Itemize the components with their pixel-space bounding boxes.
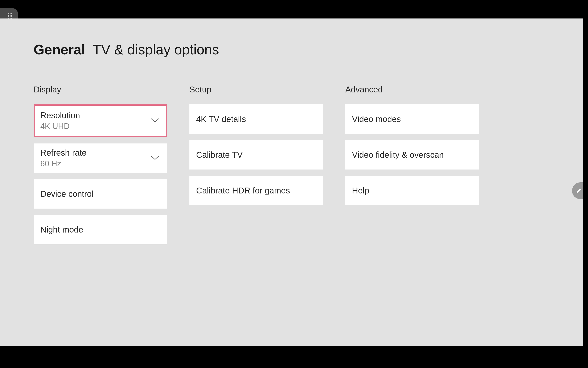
apps-grid-icon — [8, 13, 12, 19]
refresh-rate-label: Refresh rate — [40, 148, 87, 157]
calibrate-hdr-label: Calibrate HDR for games — [196, 186, 290, 195]
night-mode-button[interactable]: Night mode — [34, 215, 167, 244]
breadcrumb-title: TV & display options — [93, 42, 219, 57]
device-control-label: Device control — [40, 189, 93, 199]
help-label: Help — [352, 186, 369, 195]
content-area: General TV & display options Display Res… — [0, 18, 583, 346]
video-fidelity-label: Video fidelity & overscan — [352, 150, 444, 160]
resolution-label: Resolution — [40, 111, 80, 120]
page-title: General TV & display options — [34, 42, 583, 57]
calibrate-hdr-button[interactable]: Calibrate HDR for games — [190, 176, 323, 205]
video-modes-button[interactable]: Video modes — [345, 104, 479, 134]
top-bar — [0, 0, 588, 18]
help-button[interactable]: Help — [345, 176, 479, 205]
display-column: Display Resolution 4K UHD Refresh rate 6… — [34, 85, 167, 251]
bottom-bar — [0, 346, 588, 368]
refresh-rate-dropdown[interactable]: Refresh rate 60 Hz — [34, 143, 167, 173]
device-control-button[interactable]: Device control — [34, 179, 167, 209]
calibrate-tv-label: Calibrate TV — [196, 150, 243, 160]
breadcrumb-category: General — [34, 42, 85, 57]
advanced-column-header: Advanced — [345, 85, 479, 94]
night-mode-label: Night mode — [40, 225, 83, 234]
settings-columns: Display Resolution 4K UHD Refresh rate 6… — [0, 57, 583, 251]
chevron-down-icon — [150, 117, 160, 124]
chevron-down-icon — [150, 155, 160, 162]
pencil-icon — [575, 187, 582, 194]
resolution-dropdown[interactable]: Resolution 4K UHD — [34, 104, 167, 137]
setup-column-header: Setup — [190, 85, 323, 94]
refresh-rate-value: 60 Hz — [40, 159, 61, 168]
4k-tv-details-label: 4K TV details — [196, 114, 246, 124]
4k-tv-details-button[interactable]: 4K TV details — [190, 104, 323, 134]
display-column-header: Display — [34, 85, 167, 94]
video-fidelity-button[interactable]: Video fidelity & overscan — [345, 140, 479, 169]
resolution-value: 4K UHD — [40, 122, 70, 131]
page-header: General TV & display options — [0, 18, 583, 57]
setup-column: Setup 4K TV details Calibrate TV Calibra… — [190, 85, 323, 251]
video-modes-label: Video modes — [352, 114, 401, 124]
advanced-column: Advanced Video modes Video fidelity & ov… — [345, 85, 479, 251]
calibrate-tv-button[interactable]: Calibrate TV — [190, 140, 323, 169]
